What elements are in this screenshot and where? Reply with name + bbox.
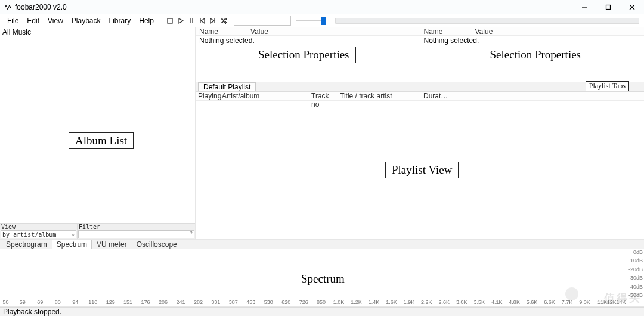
volume-slider[interactable]: [296, 14, 326, 27]
freq-tick: 7.7K: [562, 299, 573, 305]
seek-bar[interactable]: [335, 16, 639, 26]
freq-tick: 129: [106, 299, 115, 305]
album-list-root[interactable]: All Music: [0, 27, 195, 37]
minimize-button[interactable]: [572, 0, 596, 14]
view-sort-dropdown[interactable]: by artist/album ⌄: [1, 230, 76, 238]
props-col-value[interactable]: Value: [247, 27, 272, 35]
freq-tick: 14K: [616, 299, 626, 305]
freq-tick: 110: [88, 299, 97, 305]
spectrum-visualizer[interactable]: 0dB -10dB -20dB -30dB -40dB -50dB 505969…: [0, 249, 644, 307]
app-icon: [4, 3, 12, 11]
col-track-no[interactable]: Track no: [309, 92, 338, 100]
annotation-playlist-view: Playlist View: [385, 162, 459, 178]
freq-tick: 282: [194, 299, 203, 305]
play-icon[interactable]: [176, 16, 185, 26]
freq-tick: 620: [281, 299, 290, 305]
freq-tick: 176: [141, 299, 150, 305]
filter-input[interactable]: ?: [78, 230, 194, 238]
menu-help[interactable]: Help: [135, 15, 158, 27]
menu-view[interactable]: View: [44, 15, 67, 27]
album-list-panel: All Music Album List View by artist/albu…: [0, 27, 196, 239]
vis-tab-vu-meter[interactable]: VU meter: [92, 240, 132, 249]
freq-tick: 387: [229, 299, 238, 305]
svg-rect-1: [606, 5, 611, 9]
freq-tick: 726: [299, 299, 308, 305]
album-list-controls: View by artist/album ⌄ Filter ?: [0, 223, 195, 239]
next-icon[interactable]: [208, 16, 218, 26]
db-label: -50dB: [628, 292, 643, 298]
menubar: File Edit View Playback Library Help: [0, 14, 644, 27]
freq-tick: 530: [264, 299, 273, 305]
playlist-tab-default[interactable]: Default Playlist: [198, 82, 256, 91]
playback-toolbar: [162, 14, 229, 27]
freq-tick: 3.5K: [473, 299, 485, 305]
pause-icon[interactable]: [187, 16, 196, 26]
db-label: -20dB: [628, 267, 643, 272]
chevron-down-icon: ⌄: [72, 231, 75, 237]
props-col-name[interactable]: Name: [420, 27, 472, 35]
annotation-selection-properties-left: Selection Properties: [252, 47, 356, 63]
vis-tab-spectrogram[interactable]: Spectrogram: [1, 240, 52, 249]
freq-tick: 151: [123, 299, 132, 305]
freq-tick: 1.4K: [369, 299, 380, 305]
freq-tick: 5.6K: [527, 299, 538, 305]
annotation-playlist-tabs: Playlist Tabs: [586, 81, 629, 91]
menu-file[interactable]: File: [3, 15, 23, 27]
annotation-album-list: Album List: [69, 132, 134, 149]
main-split: All Music Album List View by artist/albu…: [0, 27, 644, 240]
col-title-track-artist[interactable]: Title / track artist: [338, 92, 421, 100]
volume-thumb[interactable]: [321, 17, 326, 25]
window-controls: [572, 0, 644, 14]
frequency-scale: 5059698094110129151176206241282331387453…: [0, 299, 627, 306]
freq-tick: 1.2K: [351, 299, 362, 305]
playlist-columns: Playing Artist/album Track no Title / tr…: [196, 92, 644, 101]
playback-order-dropdown[interactable]: [234, 16, 291, 26]
playlist-tabs: Default Playlist Playlist Tabs: [196, 82, 644, 92]
freq-tick: 4.1K: [491, 299, 503, 305]
svg-rect-4: [168, 18, 172, 23]
db-label: -40dB: [628, 284, 643, 290]
freq-tick: 12K: [607, 299, 617, 305]
view-sort-label: View: [1, 224, 76, 230]
random-icon[interactable]: [219, 16, 228, 26]
col-duration[interactable]: Durat…: [421, 92, 451, 100]
playlist-view[interactable]: Playlist View: [196, 101, 644, 239]
freq-tick: 6.6K: [544, 299, 555, 305]
freq-tick: 4.8K: [509, 299, 520, 305]
annotation-spectrum: Spectrum: [295, 271, 351, 287]
db-scale: 0dB -10dB -20dB -30dB -40dB -50dB: [628, 249, 643, 298]
col-playing[interactable]: Playing: [196, 92, 219, 100]
menu-library[interactable]: Library: [105, 15, 135, 27]
freq-tick: 59: [20, 299, 26, 305]
vis-tab-spectrum[interactable]: Spectrum: [52, 240, 92, 249]
close-button[interactable]: [620, 0, 644, 14]
db-label: 0dB: [628, 249, 643, 255]
visualizer-tabs: Spectrogram Spectrum VU meter Oscillosco…: [0, 240, 644, 249]
col-artist-album[interactable]: Artist/album: [219, 92, 309, 100]
props-col-value[interactable]: Value: [472, 27, 497, 35]
right-column: Name Value Nothing selected. Selection P…: [196, 27, 644, 239]
help-icon[interactable]: ?: [190, 231, 193, 237]
vis-tab-oscilloscope[interactable]: Oscilloscope: [132, 240, 182, 249]
annotation-selection-properties-right: Selection Properties: [484, 47, 588, 63]
props-col-name[interactable]: Name: [196, 27, 247, 35]
view-sort-value: by artist/album: [2, 231, 56, 238]
db-label: -10dB: [628, 258, 643, 264]
menu-edit[interactable]: Edit: [23, 15, 44, 27]
freq-tick: 11K: [597, 299, 607, 305]
prev-icon[interactable]: [197, 16, 207, 26]
freq-tick: 1.0K: [333, 299, 345, 305]
selection-properties-left: Name Value Nothing selected. Selection P…: [196, 27, 420, 82]
stop-icon[interactable]: [165, 16, 175, 26]
selection-properties-row: Name Value Nothing selected. Selection P…: [196, 27, 644, 82]
freq-tick: 850: [317, 299, 326, 305]
menu-playback[interactable]: Playback: [67, 15, 105, 27]
freq-tick: 94: [72, 299, 78, 305]
freq-tick: 3.0K: [456, 299, 467, 305]
freq-tick: 80: [55, 299, 61, 305]
filter-label: Filter: [78, 224, 194, 230]
freq-tick: 241: [176, 299, 185, 305]
freq-tick: 453: [246, 299, 255, 305]
maximize-button[interactable]: [596, 0, 620, 14]
window-title: foobar2000 v2.0: [15, 3, 67, 11]
